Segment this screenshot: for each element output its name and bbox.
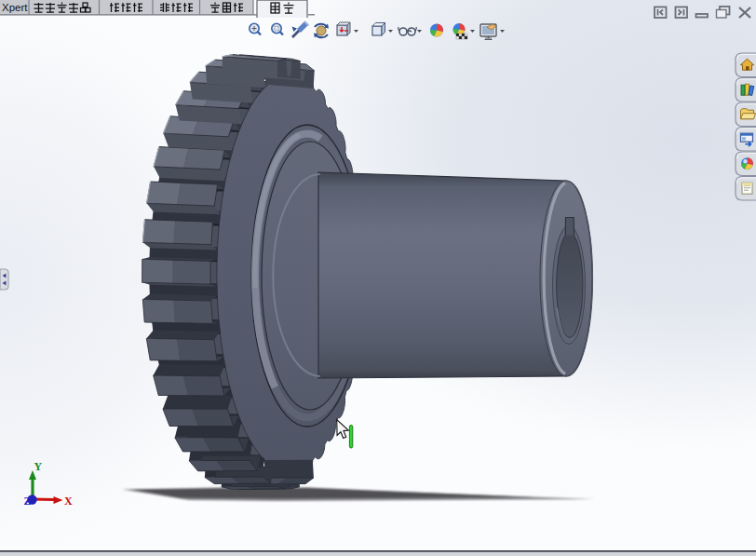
svg-text:X: X bbox=[64, 495, 73, 508]
svg-text:Y: Y bbox=[34, 460, 43, 473]
svg-text:Z: Z bbox=[24, 495, 32, 508]
svg-text:Xpert: Xpert bbox=[2, 2, 28, 13]
